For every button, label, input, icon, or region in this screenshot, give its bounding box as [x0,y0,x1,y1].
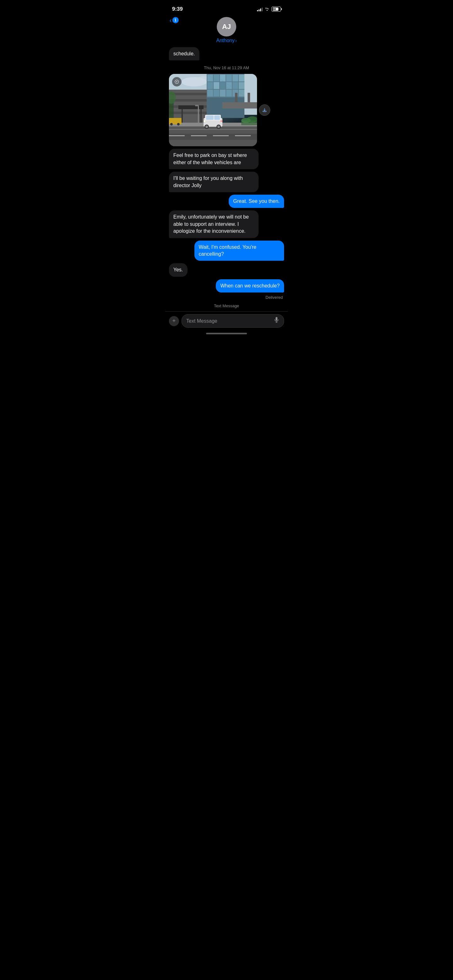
building-image[interactable] [169,74,257,146]
svg-rect-53 [220,121,222,122]
nav-header: ‹ 1 AJ Anthony › [165,16,288,47]
message-support: Emily, unfortunately we will not be able… [169,210,258,238]
svg-rect-10 [239,75,244,81]
message-confused: Wait, I'm confused. You're cancelling? [195,240,284,261]
svg-rect-5 [207,75,213,81]
timestamp-nov16: Thu, Nov 16 at 11:29 AM [169,65,284,70]
contact-name[interactable]: Anthony › [216,38,236,43]
delivered-label: Delivered [169,295,284,300]
svg-rect-42 [235,135,251,136]
svg-rect-7 [220,75,226,81]
svg-rect-67 [263,111,266,112]
svg-point-66 [176,81,177,83]
messages-area: schedule. Thu, Nov 16 at 11:29 AM [165,47,288,300]
home-bar [206,333,247,334]
back-button[interactable]: ‹ 1 [169,17,179,23]
text-message-type-label: Text Message [165,304,288,308]
svg-rect-32 [182,109,183,124]
message-input[interactable]: Text Message [182,314,284,328]
svg-rect-68 [276,317,278,320]
svg-rect-38 [169,134,257,140]
svg-point-49 [206,126,208,128]
svg-point-55 [170,123,173,126]
svg-rect-16 [239,82,244,89]
svg-rect-8 [226,75,232,81]
save-image-button[interactable] [259,104,270,116]
message-great: Great. See you then. [229,195,284,208]
back-chevron-icon: ‹ [169,17,172,23]
add-button[interactable]: + [169,316,179,326]
svg-rect-37 [169,129,257,130]
svg-rect-46 [206,115,214,120]
svg-rect-19 [220,90,226,97]
svg-rect-60 [235,93,238,102]
svg-point-56 [177,123,180,126]
contact-avatar[interactable]: AJ [217,17,236,37]
svg-rect-11 [207,82,213,89]
wifi-icon [265,6,270,12]
svg-rect-14 [226,82,232,89]
status-icons: 88 [257,6,281,12]
svg-rect-31 [179,105,204,109]
message-park: Feel free to park on bay st where either… [169,149,258,169]
svg-rect-18 [214,90,219,97]
message-schedule: schedule. [169,47,199,60]
message-waiting: I'll be waiting for you along with direc… [169,172,258,192]
svg-rect-52 [204,121,206,122]
svg-rect-9 [233,75,238,81]
svg-rect-39 [169,135,185,136]
microphone-icon[interactable] [274,317,279,325]
contact-name-chevron-icon: › [235,38,237,43]
message-wrapper-schedule: schedule. [169,47,284,60]
svg-rect-12 [214,82,219,89]
svg-rect-20 [226,90,232,97]
svg-rect-57 [198,105,199,124]
input-area: + Text Message [165,311,288,330]
svg-point-51 [217,126,220,128]
signal-bars-icon [257,7,263,11]
battery-icon: 88 [271,6,281,12]
message-yes: Yes. [169,263,188,277]
svg-rect-58 [195,105,199,106]
back-badge: 1 [172,17,179,23]
home-indicator [165,330,288,336]
svg-rect-59 [222,102,257,108]
plus-icon: + [172,318,176,324]
svg-rect-61 [247,93,250,102]
svg-rect-41 [213,135,229,136]
svg-rect-33 [200,109,202,124]
status-bar: 9:39 88 [165,0,288,16]
svg-rect-40 [191,135,207,136]
svg-rect-47 [214,115,220,120]
svg-rect-17 [207,90,213,97]
image-message-container[interactable] [169,74,257,146]
message-reschedule: When can we reschedule? [216,279,284,293]
input-placeholder: Text Message [186,318,217,324]
status-time: 9:39 [172,6,183,12]
